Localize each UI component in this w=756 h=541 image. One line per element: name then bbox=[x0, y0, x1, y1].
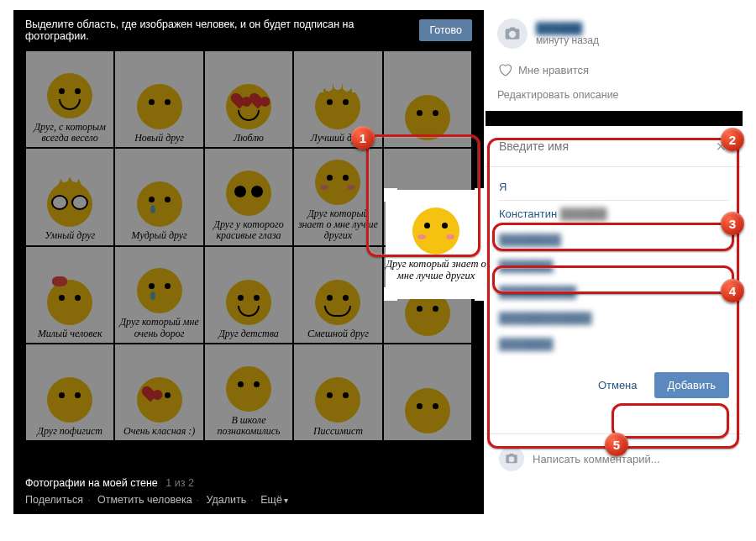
comment-avatar bbox=[499, 446, 524, 471]
instruction-text: Выделите область, где изображен человек,… bbox=[25, 18, 419, 42]
tag-selection[interactable]: Друг который знает о мне лучше других bbox=[386, 190, 486, 299]
add-button[interactable]: Добавить bbox=[654, 372, 729, 398]
grid-cell: Писсимист bbox=[293, 344, 382, 441]
side-panel: ██████ минуту назад Мне нравится Редакти… bbox=[486, 10, 743, 483]
photo-viewer: Выделите область, где изображен человек,… bbox=[13, 10, 484, 514]
camera-icon bbox=[504, 25, 521, 42]
share-link[interactable]: Поделиться bbox=[25, 494, 83, 506]
grid-cell: Люблю bbox=[204, 50, 293, 148]
comment-composer[interactable]: Написать комментарий... bbox=[486, 433, 743, 483]
grid-cell: Друг детства bbox=[204, 246, 293, 344]
grid-cell: Друг который знает о мне лучше других bbox=[293, 148, 382, 245]
viewer-footer: Фотографии на моей стене 1 из 2 Поделить… bbox=[13, 469, 484, 514]
grid-cell: Новый друг bbox=[114, 50, 203, 148]
tag-person-link[interactable]: Отметить человека bbox=[97, 494, 192, 506]
album-title[interactable]: Фотографии на моей стене bbox=[25, 477, 158, 489]
suggestion-item[interactable]: ████████ bbox=[499, 227, 729, 253]
tag-instruction-bar: Выделите область, где изображен человек,… bbox=[13, 10, 484, 50]
suggestion-friend[interactable]: Константин██████ bbox=[499, 201, 729, 227]
more-link[interactable]: Ещё▾ bbox=[260, 494, 288, 506]
selected-caption: Друг который знает о мне лучше других bbox=[386, 258, 486, 282]
grid-cell: Умный друг bbox=[25, 148, 114, 245]
suggestion-item[interactable]: ███████ bbox=[499, 253, 729, 279]
grid-cell: Друг у которого красивые глаза bbox=[204, 148, 293, 245]
grid-cell: Друг который мне очень дорог bbox=[114, 246, 203, 344]
like-button[interactable]: Мне нравится bbox=[486, 57, 743, 86]
camera-icon bbox=[505, 452, 518, 465]
heart-icon bbox=[497, 62, 512, 77]
comment-placeholder: Написать комментарий... bbox=[533, 453, 660, 465]
grid-cell: Милый человек bbox=[25, 246, 114, 344]
name-input[interactable] bbox=[499, 139, 712, 153]
photo-counter: 1 из 2 bbox=[165, 477, 194, 489]
author-name[interactable]: ██████ bbox=[536, 22, 599, 34]
name-input-row: × bbox=[486, 126, 743, 166]
grid-cell: Друг, с которым всегда весело bbox=[25, 50, 114, 148]
grid-cell: Смешной друг bbox=[293, 246, 382, 344]
close-icon[interactable]: × bbox=[712, 138, 729, 155]
button-row: Отмена Добавить bbox=[486, 360, 743, 413]
edit-description[interactable]: Редактировать описание bbox=[486, 86, 743, 111]
grid-cell: Друг пофигист bbox=[25, 344, 114, 441]
suggestion-list: Я Константин██████ ████████ ███████ ████… bbox=[486, 167, 743, 360]
delete-link[interactable]: Удалить bbox=[207, 494, 247, 506]
chevron-down-icon: ▾ bbox=[284, 496, 288, 505]
done-button[interactable]: Готово bbox=[419, 19, 472, 41]
grid-cell bbox=[383, 344, 472, 441]
grid-cell: В школе познакомились bbox=[204, 344, 293, 441]
grid-cell: Лучший друг bbox=[293, 50, 382, 148]
grid-cell: Мудрый друг bbox=[114, 148, 203, 245]
photo-area[interactable]: Друг, с которым всегда веселоНовый другЛ… bbox=[13, 50, 484, 441]
suggestion-item[interactable]: ███████ bbox=[499, 331, 729, 357]
post-header: ██████ минуту назад bbox=[486, 10, 743, 57]
post-time: минуту назад bbox=[536, 34, 599, 46]
author-avatar[interactable] bbox=[497, 18, 528, 49]
tag-panel-stripe bbox=[486, 111, 743, 126]
grid-cell: Очень класная :) bbox=[114, 344, 203, 441]
suggestion-me[interactable]: Я bbox=[499, 174, 729, 200]
grid-cell bbox=[383, 50, 472, 148]
suggestion-item[interactable]: ██████████ bbox=[499, 279, 729, 305]
cancel-button[interactable]: Отмена bbox=[588, 372, 648, 398]
suggestion-item[interactable]: ████████████ bbox=[499, 305, 729, 331]
